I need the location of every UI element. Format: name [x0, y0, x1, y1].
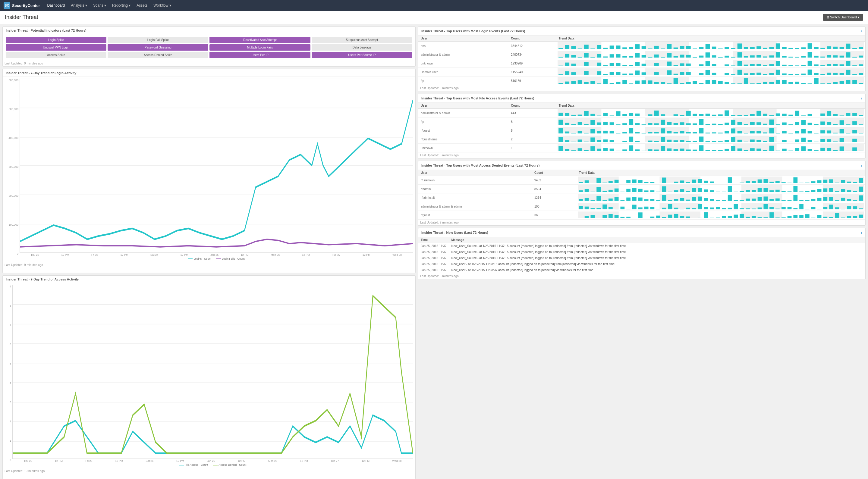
- table-row[interactable]: administrator & admin 443: [418, 109, 865, 118]
- svg-rect-510: [712, 150, 716, 151]
- svg-rect-162: [814, 64, 818, 66]
- indicator-button[interactable]: Login Fail Spike: [107, 37, 208, 43]
- svg-rect-676: [781, 200, 786, 201]
- nav-workflow[interactable]: Workflow ▾: [151, 2, 173, 9]
- table-row[interactable]: r/unknown 9452: [418, 176, 865, 185]
- svg-rect-517: [756, 149, 761, 151]
- app-logo[interactable]: SC SecurityCenter: [4, 2, 40, 9]
- indicator-button[interactable]: Data Leakage: [312, 44, 412, 51]
- svg-rect-751: [609, 214, 613, 218]
- nav-scans[interactable]: Scans ▾: [91, 2, 108, 9]
- nav-analysis[interactable]: Analysis ▾: [68, 2, 90, 9]
- table-row[interactable]: r/admin.alt 1214: [418, 193, 865, 202]
- svg-rect-789: [835, 213, 839, 218]
- switch-dashboard-button[interactable]: ⊞ Switch Dashboard ▾: [823, 14, 863, 21]
- user-cell: r/admin: [418, 185, 532, 193]
- svg-rect-241: [654, 82, 659, 84]
- top-login-users-expand-icon[interactable]: ›: [861, 29, 862, 33]
- svg-rect-131: [616, 63, 621, 66]
- svg-rect-652: [638, 198, 643, 201]
- indicator-button[interactable]: Login Spike: [6, 37, 106, 43]
- table-row[interactable]: administrator & admin 2400734: [418, 50, 865, 59]
- indicator-button[interactable]: Password Guessing: [107, 44, 208, 51]
- nav-assets[interactable]: Assets: [134, 2, 150, 9]
- table-row[interactable]: r/guest 8: [418, 126, 865, 135]
- indicator-button[interactable]: Users Per IP: [210, 52, 310, 58]
- indicator-button[interactable]: Suspicious Acct Attempt: [312, 37, 412, 43]
- svg-rect-233: [603, 79, 608, 84]
- svg-rect-713: [692, 208, 696, 210]
- svg-rect-513: [731, 146, 735, 151]
- svg-rect-19: [565, 45, 569, 49]
- svg-rect-103: [769, 56, 774, 58]
- table-row[interactable]: r/guestname 2: [418, 135, 865, 144]
- svg-rect-266: [814, 78, 818, 84]
- svg-rect-340: [622, 123, 627, 125]
- svg-rect-772: [734, 215, 738, 218]
- svg-rect-338: [610, 122, 614, 125]
- table-row[interactable]: r/admin 8594: [418, 185, 865, 193]
- svg-rect-623: [775, 190, 780, 192]
- svg-rect-143: [692, 66, 697, 66]
- new-users-expand-icon[interactable]: ›: [861, 230, 862, 235]
- nav-dashboard[interactable]: Dashboard: [44, 2, 67, 9]
- svg-rect-558: [698, 179, 702, 184]
- svg-rect-792: [853, 216, 858, 218]
- svg-rect-190: [661, 75, 665, 75]
- count-cell: 443: [508, 109, 556, 118]
- svg-rect-263: [795, 82, 799, 84]
- svg-rect-611: [704, 190, 708, 192]
- svg-rect-488: [571, 150, 576, 151]
- count-cell: 516159: [508, 76, 556, 85]
- svg-rect-436: [571, 141, 576, 142]
- svg-rect-44: [724, 47, 729, 49]
- table-row[interactable]: dns 3344812: [418, 41, 865, 50]
- indicator-button[interactable]: Unusual VPN Login: [6, 44, 106, 51]
- svg-rect-74: [584, 53, 589, 58]
- svg-rect-230: [584, 82, 589, 84]
- svg-rect-543: [609, 181, 613, 183]
- table-row[interactable]: administrator & admin & admin 100: [418, 202, 865, 211]
- indicator-button[interactable]: Access Spike: [6, 52, 106, 58]
- message-cell: New_User_Source - at 1/25/2015 11:37:15 …: [449, 243, 865, 249]
- svg-rect-62: [839, 47, 844, 49]
- new-users-table: Time Message Jan 25, 2015 11:37 New_User…: [418, 237, 865, 273]
- svg-rect-163: [820, 65, 825, 66]
- svg-rect-539: [585, 181, 589, 183]
- svg-rect-112: [827, 55, 831, 58]
- table-row[interactable]: unknown 1: [418, 144, 865, 153]
- table-row[interactable]: ftp 516159: [418, 76, 865, 85]
- svg-rect-540: [591, 183, 595, 183]
- svg-rect-389: [603, 131, 608, 133]
- svg-rect-292: [648, 115, 652, 116]
- svg-rect-790: [841, 218, 845, 218]
- svg-rect-188: [648, 75, 652, 75]
- table-row[interactable]: ftp 8: [418, 118, 865, 126]
- svg-rect-590: [579, 190, 583, 192]
- indicator-button[interactable]: Users Per Source IP: [312, 52, 412, 58]
- indicator-button[interactable]: Deactivated Acct Attempt: [210, 37, 310, 43]
- svg-rect-443: [616, 142, 621, 142]
- svg-rect-737: [835, 207, 839, 210]
- svg-rect-346: [661, 120, 665, 125]
- svg-rect-191: [667, 70, 672, 75]
- svg-rect-526: [814, 150, 818, 151]
- nav-reporting[interactable]: Reporting ▾: [110, 2, 133, 9]
- top-file-users-expand-icon[interactable]: ›: [861, 96, 862, 101]
- left-panel: Insider Threat - Potential Indicators (L…: [2, 27, 415, 479]
- indicator-button[interactable]: Multiple Login Fails: [210, 44, 310, 51]
- table-row[interactable]: r/guest 36: [418, 211, 865, 220]
- svg-rect-219: [846, 70, 850, 75]
- svg-rect-619: [752, 190, 756, 192]
- indicator-button[interactable]: Access Denied Spike: [107, 52, 208, 58]
- svg-rect-388: [597, 131, 601, 134]
- table-row[interactable]: Domain user 1155240: [418, 68, 865, 76]
- svg-rect-724: [758, 207, 762, 210]
- svg-rect-344: [648, 123, 652, 125]
- col-message: Message: [449, 237, 865, 243]
- top-access-denied-expand-icon[interactable]: ›: [861, 163, 862, 168]
- svg-rect-717: [716, 207, 720, 210]
- table-row[interactable]: unknown 1230209: [418, 59, 865, 68]
- svg-rect-150: [737, 61, 742, 66]
- svg-rect-709: [668, 204, 673, 210]
